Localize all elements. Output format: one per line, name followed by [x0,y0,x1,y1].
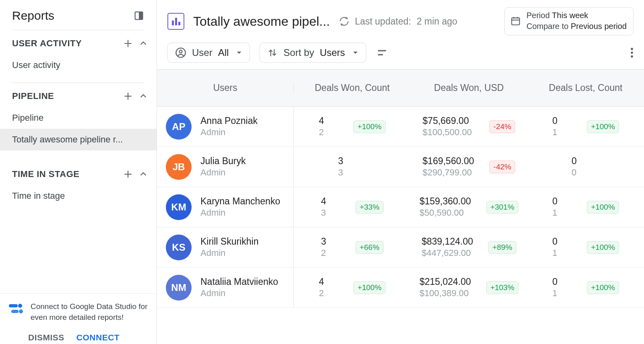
metric-previous: $50,590.00 [419,208,480,218]
sort-label: Sort by [283,47,314,58]
delta-badge: -24% [489,120,515,133]
svg-point-11 [19,309,23,313]
metric-previous: 1 [552,288,580,299]
svg-rect-8 [9,304,18,307]
avatar: NM [166,275,192,301]
promo-text: Connect to Google Data Studio for even m… [31,301,148,323]
collapse-sidebar-icon[interactable] [133,10,144,21]
user-role: Admin [200,288,278,299]
metric-current: 0 [572,156,600,167]
user-icon [175,47,186,58]
svg-point-17 [180,50,182,53]
refresh-icon[interactable] [339,16,349,27]
metric-previous: $447,629.00 [421,248,482,258]
metric-previous: 2 [321,248,349,258]
sidebar-item[interactable]: User activity [0,54,157,76]
table-row[interactable]: NM Nataliia Matviienko Admin 4 2 +100% $… [157,268,644,308]
metric-previous: 2 [319,288,347,299]
metric-previous: 0 [572,167,600,178]
report-type-icon [167,13,184,30]
metric-current: 4 [321,196,349,207]
user-filter-value: All [218,47,229,58]
metric-current: 4 [319,276,347,287]
avatar: AP [166,114,192,140]
user-name: Karyna Manchenko [200,196,280,207]
table-row[interactable]: AP Anna Pozniak Admin 4 2 +100% $75,669.… [157,107,644,147]
data-studio-icon [9,301,24,323]
metric-current: 0 [552,115,580,126]
metric-current: $839,124.00 [421,236,482,247]
dismiss-button[interactable]: DISMISS [28,333,64,342]
metric-current: 0 [552,196,580,207]
metric-current: 3 [321,236,349,247]
collapse-section-icon[interactable] [139,38,148,49]
user-role: Admin [200,208,280,218]
svg-point-21 [631,51,633,54]
delta-badge: +89% [488,241,516,254]
user-role: Admin [200,127,258,138]
metric-previous: $100,389.00 [419,288,480,299]
user-filter-label: User [192,47,213,58]
more-options-icon[interactable] [630,47,634,58]
sidebar-item[interactable]: Pipeline [0,107,157,129]
period-selector[interactable]: Period This week Compare to Previous per… [504,7,634,35]
delta-badge: +100% [353,281,386,294]
period-value: This week [552,11,588,20]
compare-label: Compare to [526,22,569,31]
svg-point-9 [18,304,22,308]
metric-previous: 2 [319,127,347,138]
connect-button[interactable]: CONNECT [76,333,120,342]
avatar: KS [166,235,192,260]
metric-current: $75,669.00 [423,115,483,126]
metric-current: $169,560.00 [423,156,483,167]
collapse-section-icon[interactable] [139,169,148,179]
delta-badge: +103% [486,281,518,294]
user-name: Nataliia Matviienko [200,276,278,287]
col-deals-lost-count[interactable]: Deals Lost, Count [527,82,644,93]
col-deals-won-usd[interactable]: Deals Won, USD [411,82,527,93]
add-report-icon[interactable] [123,169,133,179]
sidebar-item[interactable]: Time in stage [0,185,157,207]
table-row[interactable]: KM Karyna Manchenko Admin 4 3 +33% $159,… [157,187,644,227]
sidebar: Reports USER ACTIVITY User activity PIPE… [0,0,157,344]
density-toggle-icon[interactable] [376,47,388,59]
sort-filter[interactable]: Sort by Users [260,43,366,63]
delta-badge: +100% [353,120,386,133]
table-row[interactable]: KS Kirill Skurikhin Admin 3 2 +66% $839,… [157,227,644,268]
last-updated-label: Last updated: [355,16,411,27]
data-studio-promo: Connect to Google Data Studio for even m… [0,293,157,329]
calendar-icon [510,16,521,26]
metric-previous: 3 [338,167,366,178]
table-row[interactable]: JB Julia Buryk Admin 3 3 $169,560.00 $29… [157,147,644,187]
sort-icon [267,47,278,58]
delta-badge: +100% [587,201,619,214]
user-filter[interactable]: User All [167,43,250,63]
metric-current: 0 [552,276,580,287]
avatar: JB [166,154,192,180]
section-title: PIPELINE [12,91,54,101]
metric-previous: 1 [552,248,580,258]
svg-point-22 [631,56,633,58]
metric-previous: $100,500.00 [423,127,483,138]
metric-previous: 1 [552,208,580,218]
sort-value: Users [320,47,345,58]
add-report-icon[interactable] [123,38,133,49]
period-label: Period [526,11,550,20]
add-report-icon[interactable] [123,91,133,101]
chevron-down-icon [236,49,242,56]
main-content: Totally awesome pipel... Last updated: 2… [157,0,644,344]
table-header: Users Deals Won, Count Deals Won, USD De… [157,69,644,107]
delta-badge: +33% [355,201,383,214]
svg-rect-1 [139,12,142,20]
user-role: Admin [200,167,246,178]
users-table: Users Deals Won, Count Deals Won, USD De… [157,69,644,344]
collapse-section-icon[interactable] [139,91,148,101]
svg-rect-10 [11,310,19,313]
sidebar-title: Reports [12,9,54,23]
user-role: Admin [200,248,258,258]
sidebar-item[interactable]: Totally awesome pipeline r... [0,129,157,150]
col-deals-won-count[interactable]: Deals Won, Count [294,82,411,93]
col-users[interactable]: Users [157,82,294,93]
metric-previous: 1 [552,127,580,138]
last-updated-value: 2 min ago [417,16,457,27]
